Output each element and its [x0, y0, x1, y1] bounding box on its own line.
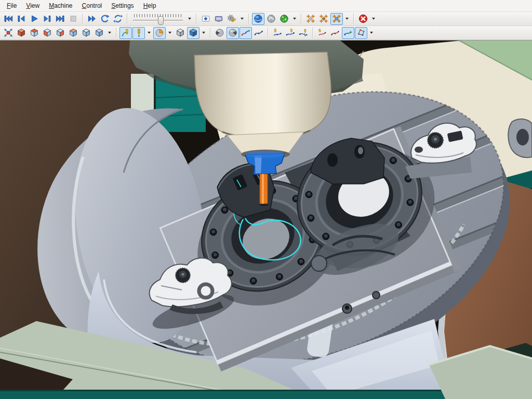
machine-settings-dropdown[interactable]: [239, 13, 245, 25]
menu-file[interactable]: File: [2, 1, 21, 11]
toolbar-separator: [248, 14, 249, 24]
collision-3-icon: [332, 14, 341, 23]
toolpath-closed-loop-button[interactable]: [355, 27, 367, 39]
fast-forward-icon: [87, 14, 97, 23]
collision-check-part-button[interactable]: [317, 13, 330, 25]
reset-simulation-button[interactable]: [99, 13, 111, 25]
fit-view-button[interactable]: [2, 27, 15, 39]
show-tool-button[interactable]: [132, 27, 145, 39]
stock-view-mode-button[interactable]: [265, 13, 277, 25]
path-tool-1-icon: [273, 28, 282, 37]
fast-forward-button[interactable]: [86, 13, 98, 25]
chevron-down-icon: [148, 32, 151, 34]
stop-on-error-button[interactable]: [357, 13, 369, 25]
collision-check-all-button[interactable]: [330, 13, 343, 25]
view-front-button[interactable]: [41, 27, 54, 39]
step-backward-button[interactable]: [15, 13, 28, 25]
chevron-down-icon: [108, 32, 111, 34]
sphere-gray-icon: [267, 14, 276, 23]
toolpath-with-tool-1-button[interactable]: [271, 27, 284, 39]
collision-1-icon: [306, 14, 315, 23]
toolpath-direction-button[interactable]: [342, 27, 354, 39]
toolpath-with-tool-2-button[interactable]: [284, 27, 297, 39]
material-removal-sections-button[interactable]: [227, 27, 239, 39]
skip-start-icon: [4, 14, 13, 23]
cube-blue2-icon: [95, 28, 104, 37]
toolpath-with-tool-3-button[interactable]: [297, 27, 310, 39]
show-tool-options-dropdown[interactable]: [146, 27, 152, 39]
viewport-3d[interactable]: [0, 40, 532, 399]
refresh-icon: [113, 14, 123, 23]
view-back-button[interactable]: [67, 27, 79, 39]
gear-key-icon: [227, 14, 236, 23]
show-machine-button[interactable]: [187, 27, 200, 39]
view-left-button[interactable]: [80, 27, 92, 39]
chevron-down-icon: [370, 32, 373, 34]
stop-on-error-options-dropdown[interactable]: [370, 13, 377, 25]
view-mode-dropdown[interactable]: [291, 13, 298, 25]
control-panel-button[interactable]: [212, 13, 225, 25]
toolbar-separator: [210, 28, 211, 38]
menu-settings[interactable]: Settings: [107, 1, 138, 11]
view-right-button[interactable]: [54, 27, 66, 39]
cutting-tool[interactable]: [259, 174, 269, 206]
machine-settings-button[interactable]: [225, 13, 238, 25]
speed-options-dropdown[interactable]: [187, 13, 193, 25]
path-tool-4-icon: [317, 28, 327, 37]
drill-icon: [134, 28, 143, 37]
show-toolpath-plain-button[interactable]: [252, 27, 265, 39]
collision-check-machine-button[interactable]: [304, 13, 317, 25]
box-blue-icon: [189, 28, 198, 37]
application-window: File View Machine Control Settings Help: [0, 0, 532, 399]
solid-view-mode-button[interactable]: [252, 13, 264, 25]
show-holder-options-dropdown[interactable]: [167, 27, 173, 39]
show-tool-trace-button[interactable]: [119, 27, 132, 39]
collision-options-dropdown[interactable]: [344, 13, 350, 25]
cube-top-icon: [30, 28, 39, 37]
rewind-reset-button[interactable]: [112, 13, 124, 25]
show-machine-options-dropdown[interactable]: [201, 27, 207, 39]
view-isometric-button[interactable]: [15, 27, 28, 39]
show-toolpath-button[interactable]: [240, 27, 252, 39]
eraser-icon: [201, 14, 210, 23]
toolbar-playback: [0, 12, 532, 26]
sphere-orange-icon: [155, 28, 164, 37]
view-top-button[interactable]: [28, 27, 41, 39]
skip-to-end-button[interactable]: [54, 13, 66, 25]
toolbar-separator: [353, 14, 354, 24]
cube-back-icon: [69, 28, 78, 37]
step-forward-button[interactable]: [41, 13, 54, 25]
toolpath-segments-button[interactable]: [329, 27, 341, 39]
box-gray-icon: [176, 28, 185, 37]
toolbar-separator: [312, 28, 313, 38]
slider-thumb[interactable]: [158, 16, 164, 25]
path-closed-icon: [356, 28, 366, 37]
menu-control[interactable]: Control: [77, 1, 107, 11]
clear-view-button[interactable]: [200, 13, 212, 25]
show-holder-button[interactable]: [153, 27, 166, 39]
chevron-down-icon: [168, 32, 171, 34]
standard-views-dropdown[interactable]: [107, 27, 113, 39]
menu-bar: File View Machine Control Settings Help: [0, 0, 532, 12]
rewind-to-start-button[interactable]: [2, 13, 15, 25]
toolbar-views: [0, 26, 532, 40]
menu-machine[interactable]: Machine: [44, 1, 77, 11]
play-simulation-button[interactable]: [28, 13, 41, 25]
view-bottom-button[interactable]: [93, 27, 105, 39]
chevron-down-icon: [202, 32, 205, 34]
collision-2-icon: [319, 14, 328, 23]
toolpath-options-dropdown[interactable]: [368, 27, 375, 39]
toolpath-with-tool-4-button[interactable]: [316, 27, 328, 39]
simulation-speed-slider[interactable]: [132, 13, 184, 24]
stop-simulation-button[interactable]: [67, 13, 79, 25]
path-tool-3-icon: [299, 28, 308, 37]
material-removal-button[interactable]: [214, 27, 226, 39]
show-stock-button[interactable]: [174, 27, 187, 39]
toolbar-separator: [268, 28, 269, 38]
menu-view[interactable]: View: [21, 1, 44, 11]
chevron-down-icon: [345, 18, 349, 20]
dome-1-icon: [215, 28, 224, 37]
stop-icon: [69, 14, 78, 23]
menu-help[interactable]: Help: [139, 1, 161, 11]
world-view-mode-button[interactable]: [278, 13, 290, 25]
